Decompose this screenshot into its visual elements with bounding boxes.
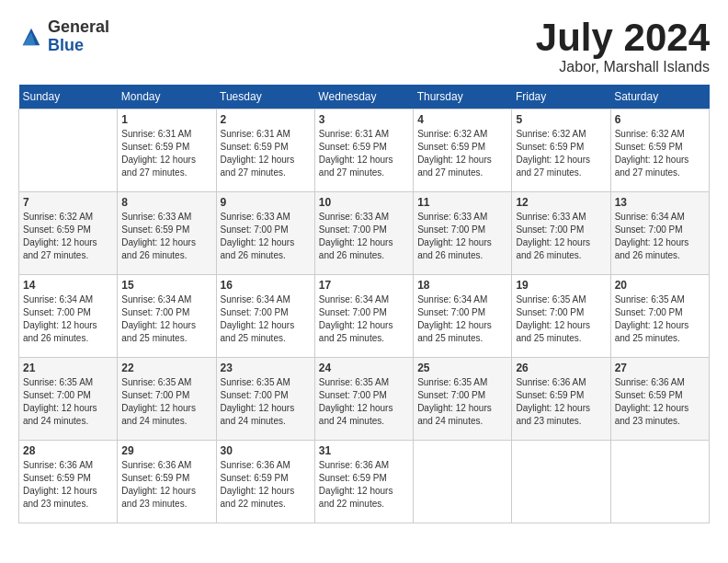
day-number: 1 [121, 113, 211, 126]
day-number: 15 [121, 279, 211, 292]
day-info: Sunrise: 6:33 AM Sunset: 7:00 PM Dayligh… [417, 211, 507, 262]
sunset-text: Sunset: 7:00 PM [417, 224, 485, 235]
table-row: 10 Sunrise: 6:33 AM Sunset: 7:00 PM Dayl… [314, 192, 413, 275]
day-info: Sunrise: 6:31 AM Sunset: 6:59 PM Dayligh… [319, 128, 409, 179]
day-number: 29 [121, 444, 211, 457]
day-number: 21 [23, 362, 113, 374]
day-info: Sunrise: 6:35 AM Sunset: 7:00 PM Dayligh… [221, 376, 311, 428]
table-row: 20 Sunrise: 6:35 AM Sunset: 7:00 PM Dayl… [610, 275, 709, 358]
table-row: 30 Sunrise: 6:36 AM Sunset: 6:59 PM Dayl… [216, 441, 314, 523]
day-number: 10 [319, 196, 409, 209]
table-row: 24 Sunrise: 6:35 AM Sunset: 7:00 PM Dayl… [314, 358, 413, 441]
day-number: 13 [615, 196, 705, 209]
daylight-text: Daylight: 12 hours and 26 minutes. [221, 237, 295, 260]
month-year-title: July 2024 [536, 18, 710, 57]
header-saturday: Saturday [610, 85, 709, 109]
header-wednesday: Wednesday [314, 85, 413, 109]
header-sunday: Sunday [19, 85, 118, 109]
daylight-text: Daylight: 12 hours and 27 minutes. [221, 155, 295, 178]
daylight-text: Daylight: 12 hours and 26 minutes. [23, 320, 97, 343]
day-info: Sunrise: 6:34 AM Sunset: 7:00 PM Dayligh… [221, 293, 311, 345]
daylight-text: Daylight: 12 hours and 25 minutes. [516, 320, 590, 343]
daylight-text: Daylight: 12 hours and 25 minutes. [615, 320, 689, 343]
day-info: Sunrise: 6:32 AM Sunset: 6:59 PM Dayligh… [615, 128, 705, 179]
sunrise-text: Sunrise: 6:36 AM [516, 377, 586, 387]
table-row [414, 441, 512, 523]
sunset-text: Sunset: 7:00 PM [121, 307, 189, 317]
daylight-text: Daylight: 12 hours and 22 minutes. [319, 486, 393, 509]
daylight-text: Daylight: 12 hours and 24 minutes. [23, 403, 97, 426]
day-info: Sunrise: 6:36 AM Sunset: 6:59 PM Dayligh… [221, 459, 311, 511]
page-header: General Blue July 2024 Jabor, Marshall I… [18, 18, 710, 75]
sunrise-text: Sunrise: 6:34 AM [615, 212, 685, 222]
table-row: 28 Sunrise: 6:36 AM Sunset: 6:59 PM Dayl… [19, 441, 118, 523]
logo-text: General Blue [48, 18, 109, 55]
day-number: 22 [121, 362, 211, 374]
sunset-text: Sunset: 6:59 PM [23, 473, 91, 483]
day-info: Sunrise: 6:32 AM Sunset: 6:59 PM Dayligh… [516, 128, 606, 179]
sunrise-text: Sunrise: 6:34 AM [23, 294, 93, 304]
day-info: Sunrise: 6:35 AM Sunset: 7:00 PM Dayligh… [615, 293, 705, 345]
day-number: 6 [615, 113, 705, 126]
day-number: 18 [417, 279, 507, 292]
daylight-text: Daylight: 12 hours and 27 minutes. [516, 155, 590, 178]
daylight-text: Daylight: 12 hours and 26 minutes. [121, 237, 196, 260]
sunrise-text: Sunrise: 6:36 AM [319, 460, 389, 470]
table-row: 3 Sunrise: 6:31 AM Sunset: 6:59 PM Dayli… [314, 109, 413, 192]
table-row [512, 441, 610, 523]
sunrise-text: Sunrise: 6:35 AM [615, 294, 685, 304]
day-info: Sunrise: 6:35 AM Sunset: 7:00 PM Dayligh… [516, 293, 606, 345]
sunset-text: Sunset: 6:59 PM [319, 142, 387, 152]
sunset-text: Sunset: 6:59 PM [121, 473, 189, 483]
calendar-week-5: 28 Sunrise: 6:36 AM Sunset: 6:59 PM Dayl… [19, 441, 710, 523]
day-number: 11 [417, 196, 507, 209]
day-number: 17 [319, 279, 409, 292]
sunrise-text: Sunrise: 6:35 AM [319, 377, 389, 387]
day-info: Sunrise: 6:35 AM Sunset: 7:00 PM Dayligh… [121, 376, 211, 428]
day-number: 23 [221, 362, 311, 374]
daylight-text: Daylight: 12 hours and 23 minutes. [615, 403, 689, 426]
sunset-text: Sunset: 6:59 PM [121, 224, 189, 235]
sunset-text: Sunset: 6:59 PM [516, 390, 584, 400]
day-number: 12 [516, 196, 606, 209]
day-number: 26 [516, 362, 606, 374]
daylight-text: Daylight: 12 hours and 27 minutes. [615, 155, 689, 178]
sunrise-text: Sunrise: 6:33 AM [417, 212, 487, 222]
logo-blue-text: Blue [48, 37, 109, 55]
sunrise-text: Sunrise: 6:35 AM [121, 377, 191, 387]
table-row: 27 Sunrise: 6:36 AM Sunset: 6:59 PM Dayl… [610, 358, 709, 441]
day-info: Sunrise: 6:33 AM Sunset: 7:00 PM Dayligh… [221, 211, 311, 262]
table-row: 11 Sunrise: 6:33 AM Sunset: 7:00 PM Dayl… [414, 192, 512, 275]
table-row: 8 Sunrise: 6:33 AM Sunset: 6:59 PM Dayli… [118, 192, 216, 275]
table-row: 29 Sunrise: 6:36 AM Sunset: 6:59 PM Dayl… [118, 441, 216, 523]
sunset-text: Sunset: 6:59 PM [221, 473, 289, 483]
daylight-text: Daylight: 12 hours and 26 minutes. [516, 237, 590, 260]
sunset-text: Sunset: 7:00 PM [615, 224, 683, 235]
sunrise-text: Sunrise: 6:36 AM [221, 460, 290, 470]
day-info: Sunrise: 6:31 AM Sunset: 6:59 PM Dayligh… [121, 128, 211, 179]
day-number: 4 [417, 113, 507, 126]
calendar-week-2: 7 Sunrise: 6:32 AM Sunset: 6:59 PM Dayli… [19, 192, 710, 275]
sunset-text: Sunset: 7:00 PM [615, 307, 683, 317]
table-row [19, 109, 118, 192]
sunset-text: Sunset: 7:00 PM [319, 307, 387, 317]
sunrise-text: Sunrise: 6:34 AM [221, 294, 290, 304]
header-friday: Friday [512, 85, 610, 109]
sunrise-text: Sunrise: 6:34 AM [319, 294, 389, 304]
header-monday: Monday [118, 85, 216, 109]
sunset-text: Sunset: 6:59 PM [417, 142, 485, 152]
header-tuesday: Tuesday [216, 85, 314, 109]
logo-general-text: General [48, 18, 109, 37]
day-info: Sunrise: 6:36 AM Sunset: 6:59 PM Dayligh… [516, 376, 606, 428]
daylight-text: Daylight: 12 hours and 24 minutes. [121, 403, 196, 426]
sunrise-text: Sunrise: 6:36 AM [121, 460, 191, 470]
daylight-text: Daylight: 12 hours and 22 minutes. [221, 486, 295, 509]
sunrise-text: Sunrise: 6:36 AM [615, 377, 685, 387]
table-row: 25 Sunrise: 6:35 AM Sunset: 7:00 PM Dayl… [414, 358, 512, 441]
day-number: 24 [319, 362, 409, 374]
sunrise-text: Sunrise: 6:35 AM [516, 294, 586, 304]
day-number: 30 [221, 444, 311, 457]
day-info: Sunrise: 6:31 AM Sunset: 6:59 PM Dayligh… [221, 128, 311, 179]
sunset-text: Sunset: 7:00 PM [221, 307, 289, 317]
sunset-text: Sunset: 7:00 PM [417, 307, 485, 317]
